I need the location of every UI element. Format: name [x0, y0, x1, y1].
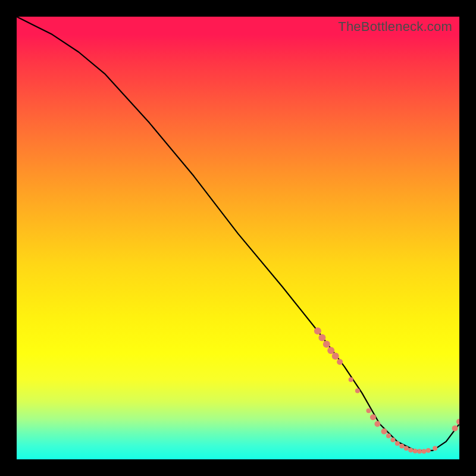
- data-marker: [413, 449, 418, 453]
- data-marker: [426, 448, 431, 453]
- data-marker: [417, 449, 422, 454]
- data-marker: [390, 437, 395, 442]
- data-marker: [370, 414, 376, 420]
- data-marker: [367, 408, 371, 413]
- markers-group: [314, 327, 459, 453]
- data-marker: [314, 327, 321, 334]
- bottleneck-curve: [17, 17, 459, 450]
- plot-area: TheBottleneck.com: [17, 17, 459, 459]
- data-marker: [337, 359, 343, 365]
- data-marker: [323, 341, 330, 348]
- data-marker: [349, 377, 353, 382]
- data-marker: [374, 421, 380, 427]
- data-marker: [327, 347, 334, 354]
- data-marker: [399, 444, 404, 449]
- data-marker: [395, 441, 400, 446]
- data-marker: [422, 449, 427, 454]
- data-marker: [355, 389, 360, 393]
- data-marker: [318, 334, 325, 341]
- data-marker: [386, 434, 391, 439]
- chart-frame: TheBottleneck.com: [0, 0, 476, 476]
- data-marker: [433, 446, 437, 450]
- chart-svg: [17, 17, 459, 459]
- watermark-text: TheBottleneck.com: [338, 19, 452, 35]
- data-marker: [456, 419, 459, 425]
- data-marker: [452, 425, 458, 431]
- data-marker: [332, 353, 339, 360]
- data-marker: [404, 446, 409, 450]
- data-marker: [381, 428, 387, 434]
- data-marker: [408, 447, 413, 452]
